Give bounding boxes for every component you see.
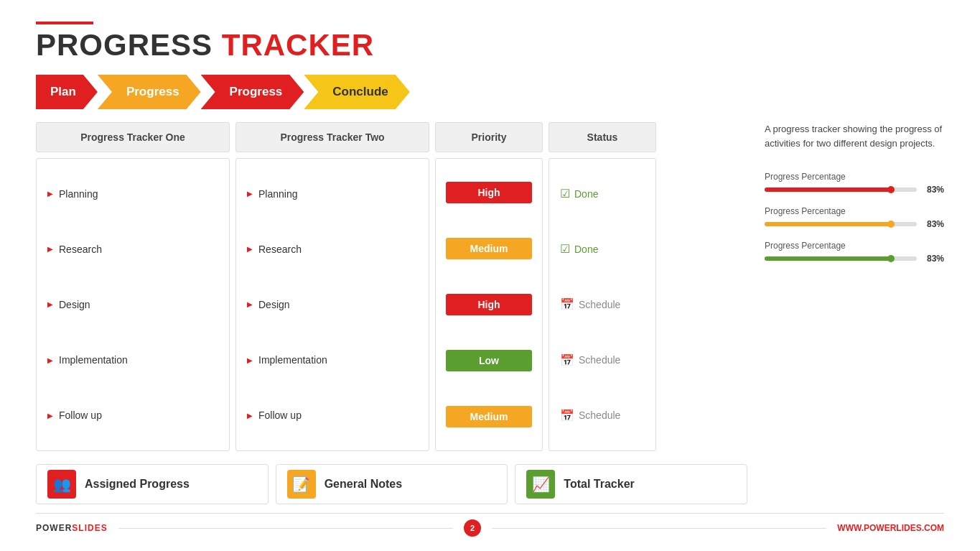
list-item: ▶ Design [247,296,418,313]
list-item: ▶ Planning [47,185,218,203]
progress-item-green: Progress Percentage 83% [765,241,944,264]
status-item: ☑ Done [560,187,598,200]
pipeline: Plan Progress Progress Conclude [36,75,944,109]
progress-bar-row: 83% [765,185,944,195]
progress-pct-orange: 83% [923,219,944,229]
progress-item-red: Progress Percentage 83% [765,172,944,195]
title-word-tracker: TRACKER [222,28,374,62]
progress-dot-orange [887,221,895,228]
list-item: ▶ Follow up [247,407,418,424]
footer-brand: POWERSLIDES [36,523,108,533]
header-tracker-two: Progress Tracker Two [235,122,429,152]
priority-badge: High [446,182,532,203]
progress-bar-bg [765,256,917,261]
brand-slides: SLIDES [72,523,107,533]
progress-label: Progress Percentage [765,241,944,251]
header-tracker-one: Progress Tracker One [36,122,230,152]
pipeline-step-plan: Plan [36,75,98,109]
progress-pct-red: 83% [923,185,944,195]
progress-label: Progress Percentage [765,206,944,216]
header-status: Status [549,122,656,152]
footer-line-right [492,528,826,529]
pipeline-step-conclude: Conclude [304,75,409,109]
priority-col: High Medium High Low Medium [435,158,543,451]
page-title: PROGRESS TRACKER [36,30,944,60]
right-panel: A progress tracker showing the progress … [757,122,944,504]
progress-section: Progress Percentage 83% Progress Percent… [765,172,944,264]
progress-bar-fill-orange [765,222,891,226]
bullet-arrow-icon: ▶ [247,356,253,364]
general-notes-label: General Notes [325,478,402,491]
title-word-progress: PROGRESS [36,28,222,62]
brand-power: POWER [36,523,72,533]
status-col: ☑ Done ☑ Done 📅 Schedule 📅 Schedule [549,158,656,451]
list-item: ▶ Planning [247,185,418,203]
calendar-icon: 📅 [560,409,574,422]
progress-bar-fill-red [765,187,891,192]
progress-dot-green [887,255,895,262]
priority-badge: Medium [446,406,532,427]
list-item: ▶ Research [47,241,218,258]
status-item: ☑ Done [560,242,598,256]
status-item: 📅 Schedule [560,409,620,422]
table-body-row: ▶ Planning ▶ Research ▶ Design ▶ Impleme… [36,158,747,451]
bullet-arrow-icon: ▶ [47,300,53,308]
bullet-arrow-icon: ▶ [247,412,253,420]
pipeline-step-progress2: Progress [201,75,304,109]
bottom-icons-row: 👥 Assigned Progress 📝 General Notes 📈 To… [36,464,747,504]
progress-bar-bg [765,187,917,192]
total-tracker-label: Total Tracker [564,478,634,491]
general-notes-icon: 📝 [287,470,316,499]
status-item: 📅 Schedule [560,353,620,367]
list-item: ▶ Design [47,296,218,313]
tracker-one-col: ▶ Planning ▶ Research ▶ Design ▶ Impleme… [36,158,230,451]
bullet-arrow-icon: ▶ [247,190,253,198]
list-item: ▶ Research [247,241,418,258]
assigned-progress-label: Assigned Progress [85,478,190,491]
progress-dot-red [887,186,895,193]
pipeline-step-progress1: Progress [98,75,201,109]
general-notes-card: 📝 General Notes [276,464,508,504]
header-accent-line [36,22,93,24]
bullet-arrow-icon: ▶ [47,245,53,253]
list-item: ▶ Implementation [47,351,218,369]
footer: POWERSLIDES 2 WWW.POWERLIDES.COM [36,513,944,537]
priority-badge: Low [446,350,532,371]
table-area: Progress Tracker One Progress Tracker Tw… [36,122,747,504]
progress-bar-row: 83% [765,254,944,264]
progress-bar-bg [765,222,917,226]
main-content: Progress Tracker One Progress Tracker Tw… [36,122,944,504]
total-tracker-card: 📈 Total Tracker [515,464,747,504]
priority-badge: Medium [446,238,532,259]
calendar-icon: 📅 [560,297,574,311]
footer-url: WWW.POWERLIDES.COM [837,523,944,533]
progress-item-orange: Progress Percentage 83% [765,206,944,229]
footer-line-left [118,528,453,529]
header-priority: Priority [435,122,543,152]
bullet-arrow-icon: ▶ [247,300,253,308]
progress-bar-row: 83% [765,219,944,229]
progress-label: Progress Percentage [765,172,944,182]
bullet-arrow-icon: ▶ [47,412,53,420]
bullet-arrow-icon: ▶ [47,190,53,198]
list-item: ▶ Follow up [47,407,218,424]
table-header-row: Progress Tracker One Progress Tracker Tw… [36,122,747,152]
progress-bar-fill-green [765,256,891,261]
priority-badge: High [446,294,532,315]
progress-pct-green: 83% [923,254,944,264]
description-text: A progress tracker showing the progress … [765,122,944,150]
status-item: 📅 Schedule [560,297,620,311]
check-circle-icon: ☑ [560,187,570,200]
list-item: ▶ Implementation [247,351,418,369]
assigned-progress-icon: 👥 [47,470,76,499]
footer-page-number: 2 [464,519,481,537]
assigned-progress-card: 👥 Assigned Progress [36,464,269,504]
bullet-arrow-icon: ▶ [47,356,53,364]
header: PROGRESS TRACKER [36,22,944,60]
tracker-two-col: ▶ Planning ▶ Research ▶ Design ▶ Impleme… [235,158,429,451]
calendar-icon: 📅 [560,353,574,367]
page: PROGRESS TRACKER Plan Progress Progress … [0,0,980,551]
check-circle-icon: ☑ [560,242,570,256]
bullet-arrow-icon: ▶ [247,245,253,253]
total-tracker-icon: 📈 [526,470,555,499]
